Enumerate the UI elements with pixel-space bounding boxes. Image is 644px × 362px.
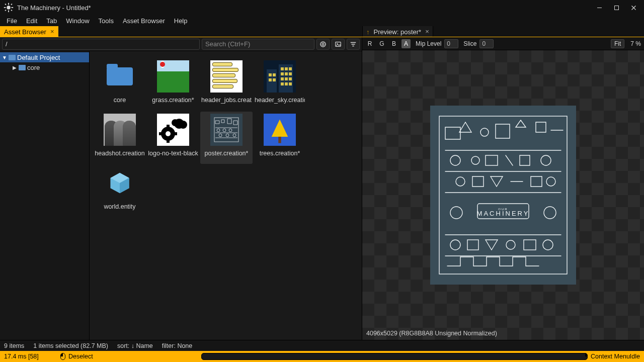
zoom-readout: 7 %: [630, 40, 641, 47]
svg-rect-22: [214, 118, 238, 142]
asset-grass[interactable]: grass.creation*: [147, 58, 199, 111]
mouse-right-icon: [201, 353, 588, 360]
asset-core[interactable]: core: [94, 58, 146, 111]
tab-close-icon[interactable]: ×: [49, 29, 55, 35]
project-tree[interactable]: ▼ Default Project ▶ core: [0, 51, 90, 340]
thumbnail: [264, 60, 296, 93]
status-filter[interactable]: filter: None: [162, 342, 192, 349]
asset-trees[interactable]: trees.creation*: [254, 112, 306, 164]
filter-icon[interactable]: [347, 39, 360, 50]
menu-file[interactable]: File: [2, 16, 22, 26]
asset-label: header_jobs.creati: [201, 97, 252, 104]
thumbnail: [157, 114, 189, 146]
close-button[interactable]: [625, 0, 642, 15]
asset-world[interactable]: world.entity: [94, 165, 146, 217]
svg-rect-2: [8, 11, 9, 13]
search-input[interactable]: Search (Ctrl+F): [202, 39, 314, 50]
asset-logo[interactable]: logo-no-text-black: [147, 112, 199, 164]
channel-g[interactable]: G: [377, 39, 386, 48]
svg-point-36: [471, 156, 479, 164]
tab-close-icon[interactable]: ×: [424, 29, 430, 35]
title-bar: The Machinery - Untitled*: [0, 0, 644, 15]
status-items: 9 items: [4, 342, 24, 349]
asset-label: core: [114, 97, 126, 104]
menu-tools[interactable]: Tools: [94, 16, 118, 26]
pin-icon: ↑: [366, 28, 370, 36]
asset-headshot[interactable]: headshot.creation: [94, 112, 146, 164]
tree-item-core[interactable]: ▶ core: [0, 62, 89, 72]
search-placeholder: Search (Ctrl+F): [205, 40, 250, 48]
asset-label: trees.creation*: [260, 150, 300, 157]
slice-input[interactable]: 0: [479, 39, 494, 48]
tree-label: core: [27, 64, 40, 71]
tab-asset-browser[interactable]: Asset Browser ×: [0, 26, 58, 37]
svg-point-28: [233, 134, 236, 137]
hint-deselect: Deselect: [68, 353, 93, 360]
thumbnail: [264, 114, 296, 146]
menu-asset-browser[interactable]: Asset Browser: [118, 16, 170, 26]
image-icon[interactable]: [332, 39, 345, 50]
svg-point-38: [456, 177, 465, 186]
svg-rect-37: [486, 155, 498, 165]
tree-root[interactable]: ▼ Default Project: [0, 52, 89, 62]
disclosure-down-icon[interactable]: ▼: [2, 55, 7, 60]
svg-point-41: [450, 240, 460, 250]
asset-poster[interactable]: poster.creation*: [200, 112, 253, 164]
tab-preview[interactable]: ↑ Preview: poster* ×: [362, 26, 433, 37]
globe-icon[interactable]: [316, 39, 330, 50]
svg-point-24: [223, 129, 226, 132]
app-icon: [3, 3, 14, 12]
svg-point-21: [172, 119, 179, 126]
hint-context-menu: Context Menu: [591, 353, 630, 360]
asset-header-sky[interactable]: header_sky.creatio: [254, 58, 306, 111]
svg-rect-6: [11, 10, 12, 11]
svg-rect-4: [12, 7, 14, 8]
svg-point-25: [229, 129, 232, 132]
folder-icon: [9, 55, 16, 60]
svg-point-35: [450, 155, 460, 165]
preview-viewport[interactable]: OUR MACHINERY 4096x5029 (R8G8B8A8 Unsign…: [362, 50, 644, 340]
asset-browser-panel: / Search (Ctrl+F) ▼ Default Project: [0, 37, 362, 340]
svg-point-0: [7, 6, 10, 9]
svg-rect-5: [5, 4, 6, 5]
disclosure-right-icon[interactable]: ▶: [12, 65, 17, 70]
thumbnail: [104, 167, 136, 199]
channel-b[interactable]: B: [389, 39, 398, 48]
status-sort[interactable]: sort: ↓ Name: [117, 342, 153, 349]
menu-bar: File Edit Tab Window Tools Asset Browser…: [0, 15, 644, 26]
channel-r[interactable]: R: [365, 39, 374, 48]
perf-readout: 17.4 ms [58]: [4, 353, 39, 360]
minimize-button[interactable]: [591, 0, 608, 15]
menu-tab[interactable]: Tab: [42, 16, 61, 26]
folder-icon: [19, 65, 26, 70]
svg-rect-17: [159, 132, 163, 135]
folder-icon: [104, 60, 136, 93]
svg-point-14: [166, 131, 171, 136]
mip-input[interactable]: 0: [444, 39, 458, 48]
browser-status-bar: 9 items 1 items selected (82.7 MB) sort:…: [0, 340, 644, 351]
tree-label: Default Project: [17, 54, 60, 61]
asset-grid[interactable]: core grass.creation* header_jobs.creati: [90, 51, 362, 340]
menu-help[interactable]: Help: [170, 16, 192, 26]
asset-header-jobs[interactable]: header_jobs.creati: [200, 58, 253, 111]
thumbnail: [104, 114, 136, 146]
maximize-button[interactable]: [608, 0, 625, 15]
svg-rect-44: [524, 240, 536, 250]
menu-window[interactable]: Window: [61, 16, 94, 26]
channel-a[interactable]: A: [401, 39, 411, 48]
bottom-bar: 17.4 ms [58] Deselect Context Menu Idle: [0, 351, 644, 362]
menu-edit[interactable]: Edit: [22, 16, 42, 26]
svg-rect-1: [8, 3, 9, 5]
thumbnail: [210, 114, 243, 146]
path-input[interactable]: /: [2, 39, 200, 50]
asset-label: grass.creation*: [152, 97, 194, 104]
asset-label: headshot.creation: [95, 150, 144, 157]
preview-toolbar: R G B A Mip Level 0 Slice 0 Fit 7 %: [362, 37, 644, 50]
svg-rect-9: [614, 6, 618, 10]
svg-rect-15: [167, 125, 170, 129]
fit-button[interactable]: Fit: [611, 39, 624, 48]
tab-label: Preview: poster*: [374, 28, 422, 36]
svg-point-26: [219, 134, 222, 137]
path-text: /: [6, 40, 8, 48]
svg-marker-29: [272, 119, 288, 136]
